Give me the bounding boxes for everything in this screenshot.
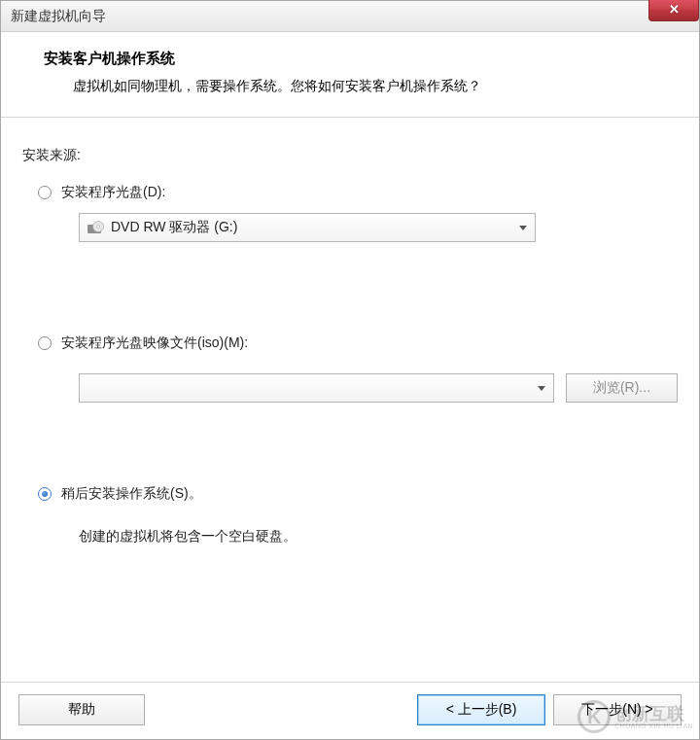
- wizard-window: 新建虚拟机向导 ✕ 安装客户机操作系统 虚拟机如同物理机，需要操作系统。您将如何…: [0, 0, 700, 740]
- svg-point-2: [97, 226, 100, 229]
- titlebar: 新建虚拟机向导 ✕: [1, 1, 699, 32]
- browse-button[interactable]: 浏览(R)...: [566, 373, 678, 403]
- install-source-label: 安装来源:: [22, 147, 678, 164]
- next-button[interactable]: 下一步(N) >: [553, 694, 682, 725]
- option-iso-row[interactable]: 安装程序光盘映像文件(iso)(M):: [38, 335, 678, 352]
- back-button[interactable]: < 上一步(B): [417, 694, 545, 725]
- option-later-label: 稍后安装操作系统(S)。: [61, 485, 202, 503]
- option-later-description: 创建的虚拟机将包含一个空白硬盘。: [79, 528, 678, 546]
- close-icon: ✕: [669, 2, 680, 17]
- disc-drive-value: DVD RW 驱动器 (G:): [111, 219, 511, 236]
- page-title: 安装客户机操作系统: [44, 50, 670, 68]
- option-disc-label: 安装程序光盘(D):: [61, 184, 165, 201]
- help-button[interactable]: 帮助: [18, 694, 145, 725]
- combo-arrow-iso: [530, 386, 553, 391]
- radio-disc[interactable]: [38, 186, 52, 199]
- close-button[interactable]: ✕: [648, 0, 699, 21]
- window-title: 新建虚拟机向导: [11, 8, 106, 25]
- disc-drive-combobox[interactable]: DVD RW 驱动器 (G:): [79, 213, 536, 242]
- combo-arrow: [511, 226, 535, 230]
- wizard-header: 安装客户机操作系统 虚拟机如同物理机，需要操作系统。您将如何安装客户机操作系统？: [1, 32, 699, 118]
- chevron-down-icon: [538, 386, 545, 391]
- chevron-down-icon: [519, 226, 527, 230]
- page-subtitle: 虚拟机如同物理机，需要操作系统。您将如何安装客户机操作系统？: [73, 78, 670, 95]
- iso-path-combobox[interactable]: [79, 373, 554, 403]
- wizard-footer: 帮助 < 上一步(B) 下一步(N) > K 创新互联 CHUANG XIN H…: [1, 682, 699, 739]
- option-iso-label: 安装程序光盘映像文件(iso)(M):: [61, 335, 248, 352]
- option-later-row[interactable]: 稍后安装操作系统(S)。: [38, 485, 678, 503]
- disc-icon: [88, 221, 105, 234]
- wizard-content: 安装来源: 安装程序光盘(D): DVD RW 驱动器 (G:) 安装程序光盘映…: [1, 118, 699, 682]
- radio-later[interactable]: [38, 487, 52, 501]
- option-disc-row[interactable]: 安装程序光盘(D):: [38, 184, 678, 201]
- radio-iso[interactable]: [38, 336, 52, 350]
